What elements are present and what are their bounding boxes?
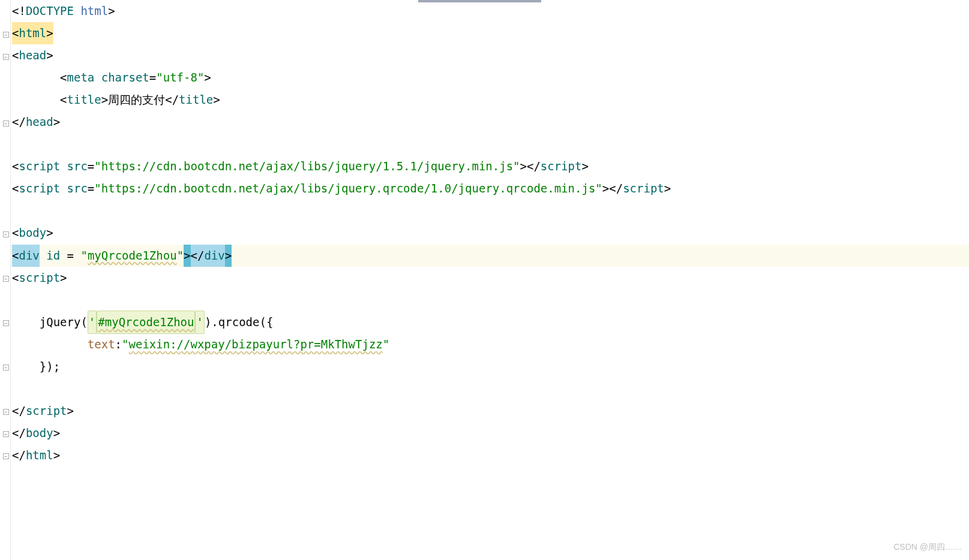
code-line[interactable]: <head> [11,44,969,67]
gutter-row[interactable]: − [0,445,10,468]
fold-close-icon[interactable]: − [3,409,9,415]
gutter-row[interactable] [0,335,10,357]
code-token: ( [80,311,87,333]
gutter-row[interactable] [0,179,10,201]
code-token: charset [101,67,149,89]
gutter-row[interactable] [0,134,10,156]
code-token: DOCTYPE [26,0,81,22]
code-token: <! [12,0,26,22]
code-token: < [12,155,19,177]
code-token: }); [12,356,60,378]
code-token: > [101,89,108,111]
code-line[interactable] [11,378,969,400]
code-token: ></ [602,177,623,200]
code-line[interactable] [11,289,969,311]
gutter-row[interactable]: − [0,423,10,445]
fold-open-icon[interactable]: − [3,54,9,60]
code-line[interactable]: text:"weixin://wxpay/bizpayurl?pr=MkThwT… [11,333,969,356]
fold-open-icon[interactable]: − [3,320,9,326]
code-token: > [204,67,211,89]
code-token: body [26,422,53,444]
code-token: > [213,89,220,111]
code-line[interactable]: </html> [11,444,969,466]
code-line[interactable]: <script> [11,267,969,289]
code-token: = [88,177,94,200]
code-line[interactable]: <body> [11,222,969,244]
code-token: > [53,111,60,133]
code-line[interactable]: <script src="https://cdn.bootcdn.net/aja… [11,155,969,177]
code-line[interactable]: <meta charset="utf-8"> [11,67,969,89]
gutter-row[interactable]: − [0,401,10,423]
tab-indicator [418,0,541,2]
code-line[interactable]: }); [11,356,969,378]
gutter-row[interactable] [0,246,10,268]
code-line[interactable]: <!DOCTYPE html> [11,0,969,22]
code-token: < [60,89,67,111]
code-line[interactable] [11,133,969,155]
gutter-row[interactable] [0,201,10,223]
code-token: < [60,67,67,89]
code-token: </ [12,111,26,133]
code-token [12,89,60,111]
code-token: " [383,333,389,356]
code-token: " [80,245,87,267]
gutter-row[interactable]: − [0,357,10,379]
code-token: body [19,222,46,244]
code-token: > [53,422,60,444]
code-token: id [46,245,67,267]
fold-close-icon[interactable]: − [3,453,9,459]
code-line[interactable]: jQuery('#myQrcode1Zhou').qrcode({ [11,311,969,333]
code-token: qrcode [218,311,260,333]
fold-close-icon[interactable]: − [3,431,9,437]
code-token: = [88,155,94,177]
fold-open-icon[interactable]: − [3,231,9,237]
fold-open-icon[interactable]: − [3,276,9,282]
gutter-row[interactable] [0,290,10,312]
fold-close-icon[interactable]: − [3,365,9,371]
code-line[interactable]: <html> [11,22,969,44]
code-token: weixin://wxpay/bizpayurl?pr=MkThwTjzz [129,333,383,356]
code-line[interactable]: </body> [11,422,969,444]
code-token: </ [191,245,205,267]
gutter-row[interactable]: − [0,112,10,134]
code-line[interactable]: <script src="https://cdn.bootcdn.net/aja… [11,177,969,200]
fold-open-icon[interactable]: − [3,32,9,38]
code-area[interactable]: <!DOCTYPE html><html><head> <meta charse… [11,0,969,560]
code-token: </ [165,89,179,111]
code-token: #myQrcode1Zhou [97,311,195,334]
gutter-row[interactable]: − [0,23,10,46]
gutter-row[interactable]: − [0,268,10,290]
code-token: > [108,0,115,22]
code-token: script [623,177,664,200]
code-token: < [12,267,19,289]
code-token: ></ [520,155,541,177]
code-line[interactable]: <div id = "myQrcode1Zhou"></div> [11,245,969,267]
code-token: script [19,177,67,200]
fold-close-icon[interactable]: − [3,121,9,127]
gutter-row[interactable]: − [0,312,10,335]
code-token: html [26,444,53,466]
code-token [12,133,19,155]
code-token: script [541,155,582,177]
editor-wrapper: −−−−−−−−−− <!DOCTYPE html><html><head> <… [0,0,969,560]
gutter-row[interactable] [0,90,10,112]
code-token: : [115,333,122,356]
code-token: </ [12,422,26,444]
code-line[interactable]: </head> [11,111,969,133]
code-token: meta [67,67,101,89]
code-token: src [67,177,88,200]
code-token: src [67,155,88,177]
gutter-row[interactable] [0,379,10,401]
code-line[interactable]: </script> [11,400,969,422]
code-line[interactable]: <title>周四的支付</title> [11,89,969,111]
gutter-row[interactable]: − [0,46,10,68]
code-token: > [53,444,60,466]
gutter-row[interactable]: − [0,223,10,245]
gutter-row[interactable] [0,68,10,90]
code-token [12,289,19,311]
code-line[interactable] [11,200,969,222]
gutter-row[interactable] [0,156,10,179]
gutter-row[interactable] [0,1,10,23]
code-token: "https://cdn.bootcdn.net/ajax/libs/jquer… [94,177,602,200]
code-token [12,200,19,222]
